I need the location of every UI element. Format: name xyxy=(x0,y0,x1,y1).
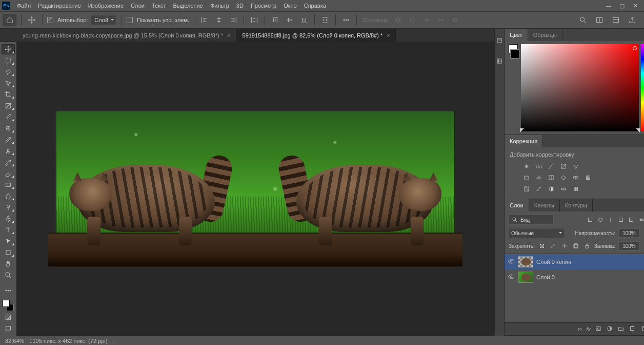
hue-icon[interactable] xyxy=(522,174,531,182)
layer-mask-icon[interactable] xyxy=(595,325,602,333)
menu-select[interactable]: Выделение xyxy=(170,0,207,11)
exposure-icon[interactable] xyxy=(559,162,568,170)
filter-pixel-icon[interactable] xyxy=(586,216,595,224)
tab-swatches[interactable]: Образцы xyxy=(528,29,562,41)
menu-image[interactable]: Изображение xyxy=(85,0,127,11)
layer-style-icon[interactable]: fx xyxy=(586,326,591,332)
new-layer-icon[interactable] xyxy=(629,325,636,333)
fill-input[interactable]: 100% xyxy=(618,241,640,251)
edit-toolbar-icon[interactable] xyxy=(2,285,15,296)
layer-filter-select[interactable]: Вид xyxy=(509,215,554,225)
panel-menu-icon[interactable]: ≡ xyxy=(640,199,644,212)
color-lookup-icon[interactable] xyxy=(583,174,593,182)
filter-toggle[interactable] xyxy=(637,216,644,224)
workspace-switcher-icon[interactable] xyxy=(610,14,621,26)
tab-adjustments[interactable]: Коррекция xyxy=(505,135,543,147)
screen-mode-toggle[interactable] xyxy=(2,323,15,334)
panel-menu-icon[interactable]: ≡ xyxy=(640,135,644,147)
color-swatches[interactable] xyxy=(3,300,14,311)
quick-select-tool[interactable] xyxy=(2,78,15,88)
dodge-tool[interactable] xyxy=(2,202,15,213)
lock-all-icon[interactable] xyxy=(583,242,591,250)
levels-icon[interactable] xyxy=(534,162,544,170)
filter-smart-icon[interactable] xyxy=(627,216,636,224)
search-icon[interactable] xyxy=(577,14,589,26)
move-tool[interactable] xyxy=(2,44,15,54)
menu-window[interactable]: Окно xyxy=(280,0,300,11)
layer-thumbnail[interactable] xyxy=(518,272,533,283)
blur-tool[interactable] xyxy=(2,191,15,201)
group-layers-icon[interactable] xyxy=(617,325,625,333)
opacity-input[interactable]: 100% xyxy=(618,228,640,238)
pen-tool[interactable] xyxy=(2,214,15,224)
path-select-tool[interactable] xyxy=(2,236,15,246)
tab-channels[interactable]: Каналы xyxy=(529,199,560,212)
arrange-docs-icon[interactable] xyxy=(594,14,605,26)
dist-h-icon[interactable] xyxy=(249,14,260,26)
link-layers-icon[interactable]: ⇔ xyxy=(577,326,582,333)
filter-adjust-icon[interactable] xyxy=(596,216,605,224)
more-options-icon[interactable] xyxy=(340,14,352,26)
menu-edit[interactable]: Редактирование xyxy=(34,0,85,11)
layer-name[interactable]: Слой 0 xyxy=(536,274,555,280)
threshold-icon[interactable] xyxy=(547,185,556,193)
hand-tool[interactable] xyxy=(2,259,15,269)
frame-tool[interactable] xyxy=(2,101,15,111)
home-button[interactable] xyxy=(3,14,16,26)
visibility-toggle[interactable] xyxy=(508,273,515,281)
eraser-tool[interactable] xyxy=(2,168,15,179)
healing-brush-tool[interactable] xyxy=(2,123,15,133)
align-bottom-icon[interactable] xyxy=(298,14,310,26)
share-icon[interactable] xyxy=(627,14,638,26)
shape-tool[interactable] xyxy=(2,247,15,258)
quick-mask-toggle[interactable] xyxy=(2,312,15,322)
autoselect-checkbox[interactable] xyxy=(47,17,53,23)
menu-help[interactable]: Справка xyxy=(300,0,330,11)
move-tool-icon[interactable] xyxy=(26,14,37,26)
menu-text[interactable]: Текст xyxy=(148,0,170,11)
align-left-icon[interactable] xyxy=(199,14,210,26)
lock-move-icon[interactable] xyxy=(560,242,569,250)
panel-menu-icon[interactable]: ≡ xyxy=(640,29,644,41)
layer-row[interactable]: Слой 0 копия xyxy=(505,254,644,270)
menu-3d[interactable]: 3D xyxy=(233,0,247,11)
lock-nest-icon[interactable] xyxy=(572,242,580,250)
eyedropper-tool[interactable] xyxy=(2,112,15,122)
document-tab-1[interactable]: 5919154886df8.jpg @ 82,6% (Слой 0 копия,… xyxy=(236,29,396,42)
close-icon[interactable]: × xyxy=(227,32,230,39)
layer-row[interactable]: Слой 0 xyxy=(505,270,644,285)
type-tool[interactable] xyxy=(2,225,15,235)
channel-mixer-icon[interactable] xyxy=(571,174,580,182)
dist-v-icon[interactable] xyxy=(319,14,331,26)
invert-icon[interactable] xyxy=(522,185,531,193)
hue-slider[interactable] xyxy=(641,44,644,131)
delete-layer-icon[interactable] xyxy=(640,325,644,333)
window-close-button[interactable]: ✕ xyxy=(629,0,642,11)
filter-shape-icon[interactable] xyxy=(616,216,626,224)
posterize-icon[interactable] xyxy=(534,185,544,193)
menu-view[interactable]: Просмотр xyxy=(247,0,280,11)
tab-layers[interactable]: Слои xyxy=(505,199,529,212)
canvas-area[interactable] xyxy=(16,42,494,336)
foreground-swatch[interactable] xyxy=(3,300,10,307)
show-controls-checkbox[interactable] xyxy=(127,17,133,23)
filter-type-icon[interactable]: T xyxy=(606,216,615,224)
marquee-tool[interactable] xyxy=(2,55,15,66)
panel-color-swatches[interactable] xyxy=(508,44,519,131)
brush-tool[interactable] xyxy=(2,135,15,145)
crop-tool[interactable] xyxy=(2,89,15,100)
window-minimize-button[interactable]: — xyxy=(602,0,615,11)
properties-panel-icon[interactable] xyxy=(495,56,504,66)
autoselect-target-select[interactable]: Слой xyxy=(91,15,117,25)
close-icon[interactable]: × xyxy=(387,32,390,39)
menu-layers[interactable]: Слои xyxy=(127,0,148,11)
lasso-tool[interactable] xyxy=(2,67,15,77)
align-vcenter-icon[interactable] xyxy=(284,14,295,26)
adjustment-layer-icon[interactable] xyxy=(606,325,613,333)
lock-position-icon[interactable] xyxy=(549,242,557,250)
zoom-tool[interactable] xyxy=(2,270,15,280)
blend-mode-select[interactable]: Обычные xyxy=(509,228,565,238)
layer-thumbnail[interactable] xyxy=(518,256,533,267)
tab-paths[interactable]: Контуры xyxy=(560,199,593,212)
document-canvas[interactable] xyxy=(56,111,454,266)
